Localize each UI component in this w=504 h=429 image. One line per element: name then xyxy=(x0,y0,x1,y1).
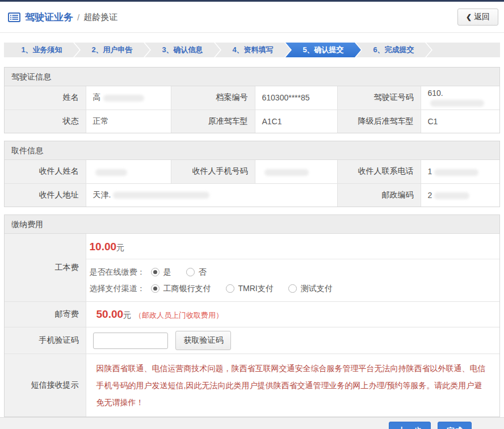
sms-code-input[interactable] xyxy=(93,333,168,349)
pay-channel-row: 选择支付渠道： 工商银行支付 TMRI支付 测试支付 xyxy=(86,280,500,297)
radio-channel-icbc-label: 工商银行支付 xyxy=(163,284,211,294)
recipient-name-value xyxy=(86,160,171,183)
table-row: 短信接收提示 因陕西省联通、电信运营商技术问题，陕西省互联网交通安全综合服务管理… xyxy=(5,354,499,417)
radio-unselected-icon xyxy=(186,268,195,276)
downgraded-class-value: C1 xyxy=(421,110,499,133)
radio-channel-test[interactable]: 测试支付 xyxy=(288,284,333,294)
cost-fee-cell: 10.00元 是否在线缴费： 是 否 选择支付渠道： 工商银行支付 TMRI支付… xyxy=(86,234,499,302)
recipient-mobile-label: 收件人手机号码 xyxy=(171,160,255,183)
step-3-confirm-info[interactable]: 3、确认信息 xyxy=(145,43,220,57)
table-row: 邮寄费 50.00元（邮政人员上门收取费用） xyxy=(5,302,499,327)
step-wizard: 1、业务须知 2、用户申告 3、确认信息 4、资料填写 5、确认提交 6、完成提… xyxy=(4,43,500,57)
recipient-phone-label: 收件人联系电话 xyxy=(337,160,421,183)
step-6-finish-submit[interactable]: 6、完成提交 xyxy=(356,43,431,57)
previous-step-button[interactable]: 上一步 xyxy=(389,422,431,429)
pickup-info-table: 收件人姓名 收件人手机号码 收件人联系电话 1 收件人地址 天津. 邮政编码 2 xyxy=(5,160,499,207)
fee-divider xyxy=(86,259,500,259)
fees-table: 工本费 10.00元 是否在线缴费： 是 否 选择支付渠道： 工商银行支付 TM… xyxy=(5,234,499,417)
radio-online-no[interactable]: 否 xyxy=(186,267,207,277)
step-2-user-declaration[interactable]: 2、用户申告 xyxy=(74,43,150,57)
postage-fee-unit: 元 xyxy=(123,310,131,319)
license-section-title: 驾驶证信息 xyxy=(5,68,499,86)
postage-fee-cell: 50.00元（邮政人员上门收取费用） xyxy=(86,302,499,327)
recipient-address-value: 天津. xyxy=(86,183,337,207)
cost-fee-label: 工本费 xyxy=(5,234,86,302)
license-business-icon xyxy=(8,12,20,22)
license-info-section: 驾驶证信息 姓名 高 档案编号 610300****85 驾驶证号码 610. … xyxy=(4,67,500,133)
name-label: 姓名 xyxy=(5,86,86,110)
postage-fee-label: 邮寄费 xyxy=(5,302,86,327)
license-number-value: 610. xyxy=(421,86,499,110)
original-class-value: A1C1 xyxy=(255,110,337,133)
cost-fee-amount-line: 10.00元 xyxy=(86,239,500,258)
step-5-confirm-submit-active[interactable]: 5、确认提交 xyxy=(285,43,361,57)
table-row: 姓名 高 档案编号 610300****85 驾驶证号码 610. xyxy=(5,86,499,110)
radio-selected-icon xyxy=(151,284,159,293)
cost-fee-unit: 元 xyxy=(116,243,124,252)
status-value: 正常 xyxy=(86,110,171,133)
radio-online-no-label: 否 xyxy=(199,267,207,277)
pickup-section-title: 取件信息 xyxy=(5,141,499,160)
online-pay-row: 是否在线缴费： 是 否 xyxy=(86,264,500,280)
file-number-label: 档案编号 xyxy=(171,86,255,110)
table-row: 状态 正常 原准驾车型 A1C1 降级后准驾车型 C1 xyxy=(5,110,499,133)
license-info-table: 姓名 高 档案编号 610300****85 驾驶证号码 610. 状态 正常 … xyxy=(5,86,499,133)
original-class-label: 原准驾车型 xyxy=(171,110,255,133)
get-code-button[interactable]: 获取验证码 xyxy=(175,331,231,350)
fees-section: 缴纳费用 工本费 10.00元 是否在线缴费： 是 否 选择支付渠道： 工商银行… xyxy=(4,214,500,417)
sms-notice-label: 短信接收提示 xyxy=(5,354,86,417)
postal-code-label: 邮政编码 xyxy=(337,183,421,207)
sms-code-cell: 获取验证码 xyxy=(86,327,499,354)
radio-channel-tmri-label: TMRI支付 xyxy=(238,284,274,294)
radio-channel-icbc[interactable]: 工商银行支付 xyxy=(151,284,211,294)
status-label: 状态 xyxy=(5,110,86,133)
step-4-fill-material[interactable]: 4、资料填写 xyxy=(215,43,291,57)
table-row: 收件人地址 天津. 邮政编码 2 xyxy=(5,183,499,207)
file-number-value: 610300****85 xyxy=(255,86,337,110)
radio-online-yes-label: 是 xyxy=(163,267,171,277)
page-title: 驾驶证业务 xyxy=(25,11,73,24)
downgraded-class-label: 降级后准驾车型 xyxy=(337,110,421,133)
pay-channel-question: 选择支付渠道： xyxy=(90,284,145,294)
breadcrumb-separator: / xyxy=(77,12,79,22)
page-header: 驾驶证业务 / 超龄换证 ❮返回 xyxy=(0,2,504,33)
radio-channel-tmri[interactable]: TMRI支付 xyxy=(226,284,274,294)
table-row: 工本费 10.00元 是否在线缴费： 是 否 选择支付渠道： 工商银行支付 TM… xyxy=(5,234,499,302)
postal-code-value: 2 xyxy=(421,183,499,207)
radio-unselected-icon xyxy=(226,284,234,293)
table-row: 收件人姓名 收件人手机号码 收件人联系电话 1 xyxy=(5,160,499,183)
name-value: 高 xyxy=(86,86,171,110)
cost-fee-amount: 10.00 xyxy=(90,241,117,253)
sms-code-label: 手机验证码 xyxy=(5,327,86,354)
postage-fee-amount: 50.00 xyxy=(96,308,124,320)
step-1-business-notice[interactable]: 1、业务须知 xyxy=(4,43,79,57)
radio-unselected-icon xyxy=(288,284,297,293)
sms-notice-text: 因陕西省联通、电信运营商技术问题，陕西省互联网交通安全综合服务管理平台无法向持陕… xyxy=(86,354,499,417)
back-button-label: 返回 xyxy=(474,12,490,21)
table-row: 手机验证码 获取验证码 xyxy=(5,327,499,354)
radio-channel-test-label: 测试支付 xyxy=(301,284,333,294)
breadcrumb-current: 超龄换证 xyxy=(83,12,117,23)
finish-button[interactable]: 完成 xyxy=(438,422,472,429)
postage-fee-note: （邮政人员上门收取费用） xyxy=(135,311,223,319)
recipient-phone-value: 1 xyxy=(421,160,499,183)
pickup-info-section: 取件信息 收件人姓名 收件人手机号码 收件人联系电话 1 收件人地址 天津. 邮… xyxy=(4,141,500,207)
step-bar-filler xyxy=(426,43,500,57)
recipient-address-label: 收件人地址 xyxy=(5,183,86,207)
back-button[interactable]: ❮返回 xyxy=(457,9,498,26)
recipient-mobile-value xyxy=(255,160,337,183)
fees-section-title: 缴纳费用 xyxy=(5,215,499,234)
license-number-label: 驾驶证号码 xyxy=(337,86,421,110)
footer-action-bar: 上一步 完成 xyxy=(0,417,504,429)
recipient-name-label: 收件人姓名 xyxy=(5,160,86,183)
radio-online-yes[interactable]: 是 xyxy=(151,267,171,277)
chevron-left-icon: ❮ xyxy=(466,13,472,21)
radio-selected-icon xyxy=(151,268,159,276)
online-pay-question: 是否在线缴费： xyxy=(90,267,145,277)
